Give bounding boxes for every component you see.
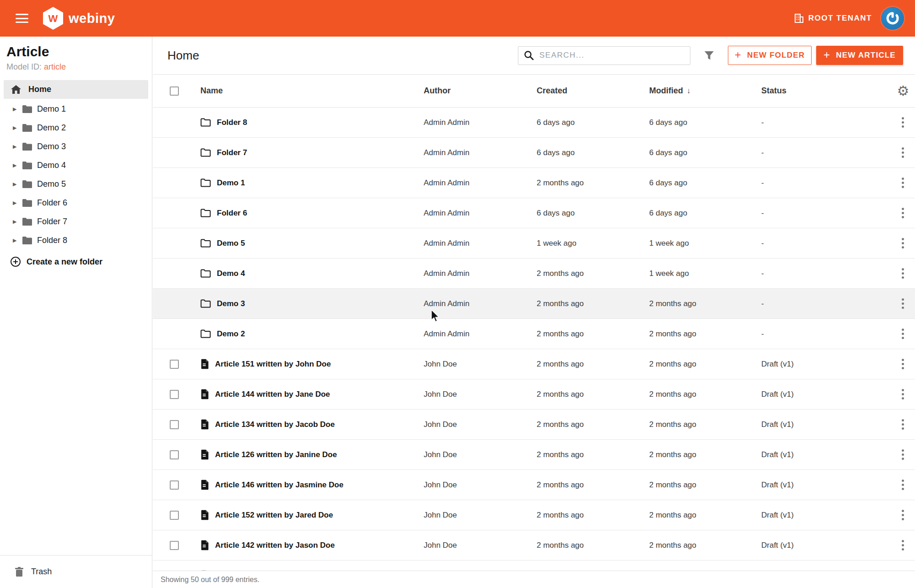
svg-text:W: W: [48, 13, 58, 24]
row-menu-kebab-icon[interactable]: [899, 145, 907, 161]
sidebar-folder-folder-6[interactable]: ▶Folder 6: [0, 194, 152, 212]
table-row-folder-demo-4[interactable]: Demo 4Admin Admin2 months ago1 week ago-: [153, 259, 915, 289]
row-menu-kebab-icon[interactable]: [899, 296, 907, 312]
search-input[interactable]: [539, 51, 684, 60]
caret-right-icon[interactable]: ▶: [13, 219, 19, 225]
row-checkbox[interactable]: [170, 480, 179, 490]
main-content: Home + NEW FOLDER: [153, 37, 915, 588]
column-header-author[interactable]: Author: [424, 86, 537, 96]
filter-button[interactable]: [703, 49, 715, 61]
tenant-selector[interactable]: ROOT TENANT: [794, 13, 872, 23]
entry-created: 2 months ago: [537, 329, 649, 339]
folder-icon: [200, 118, 211, 127]
webiny-logo: W webiny: [42, 6, 115, 30]
row-menu-kebab-icon[interactable]: [899, 386, 907, 402]
sidebar-item-home[interactable]: Home: [4, 80, 148, 99]
entry-author: John Doe: [424, 390, 537, 399]
table-row-article-article-142-written-by-jason-doe[interactable]: Article 142 written by Jason DoeJohn Doe…: [153, 530, 915, 561]
caret-right-icon[interactable]: ▶: [13, 237, 19, 243]
gear-icon[interactable]: ⚙: [897, 84, 910, 98]
caret-right-icon[interactable]: ▶: [13, 181, 19, 187]
account-avatar[interactable]: [881, 7, 904, 30]
document-icon: [200, 480, 209, 490]
table-row-folder-demo-5[interactable]: Demo 5Admin Admin1 week ago1 week ago-: [153, 228, 915, 259]
table-row-folder-folder-8[interactable]: Folder 8Admin Admin6 days ago6 days ago-: [153, 108, 915, 138]
row-menu-kebab-icon[interactable]: [899, 265, 907, 281]
column-header-modified[interactable]: Modified↓: [649, 86, 761, 96]
entry-author: John Doe: [424, 541, 537, 550]
sidebar-folder-demo-5[interactable]: ▶Demo 5: [0, 175, 152, 194]
table-row-folder-demo-3[interactable]: Demo 3Admin Admin2 months ago2 months ag…: [153, 289, 915, 319]
menu-icon[interactable]: [16, 14, 28, 23]
row-checkbox[interactable]: [170, 511, 179, 520]
sidebar-folder-demo-3[interactable]: ▶Demo 3: [0, 137, 152, 156]
entry-name: Demo 3: [217, 299, 245, 308]
row-checkbox[interactable]: [170, 390, 179, 399]
column-header-created[interactable]: Created: [537, 86, 649, 96]
row-menu-kebab-icon[interactable]: [899, 175, 907, 191]
entry-created: 2 months ago: [537, 390, 649, 399]
new-folder-button[interactable]: + NEW FOLDER: [728, 46, 812, 65]
row-menu-kebab-icon[interactable]: [899, 235, 907, 251]
table-row-folder-folder-6[interactable]: Folder 6Admin Admin6 days ago6 days ago-: [153, 198, 915, 228]
select-all-checkbox[interactable]: [170, 86, 179, 96]
new-article-label: NEW ARTICLE: [836, 51, 896, 60]
document-icon: [200, 540, 209, 550]
row-menu-kebab-icon[interactable]: [899, 507, 907, 523]
row-menu-kebab-icon[interactable]: [899, 205, 907, 221]
trash-button[interactable]: Trash: [0, 555, 152, 588]
new-article-button[interactable]: + NEW ARTICLE: [816, 46, 903, 65]
row-checkbox[interactable]: [170, 420, 179, 429]
brand-wordmark: webiny: [69, 11, 115, 26]
row-menu-kebab-icon[interactable]: [899, 477, 907, 493]
table-row-folder-demo-2[interactable]: Demo 2Admin Admin2 months ago2 months ag…: [153, 319, 915, 349]
caret-right-icon[interactable]: ▶: [13, 125, 19, 131]
row-checkbox[interactable]: [170, 360, 179, 369]
entry-name: Article 152 written by Jared Doe: [215, 511, 333, 520]
sidebar-folder-demo-1[interactable]: ▶Demo 1: [0, 100, 152, 119]
caret-right-icon[interactable]: ▶: [13, 144, 19, 150]
caret-right-icon[interactable]: ▶: [13, 106, 19, 112]
row-menu-kebab-icon[interactable]: [899, 114, 907, 130]
table-row-folder-folder-7[interactable]: Folder 7Admin Admin6 days ago6 days ago-: [153, 138, 915, 168]
row-menu-kebab-icon[interactable]: [899, 356, 907, 372]
row-checkbox[interactable]: [170, 450, 179, 459]
table-row-article-article-126-written-by-janine-doe[interactable]: Article 126 written by Janine DoeJohn Do…: [153, 440, 915, 470]
entry-status: -: [761, 148, 890, 157]
trash-label: Trash: [31, 567, 52, 577]
entry-modified: 6 days ago: [649, 148, 761, 157]
column-header-name[interactable]: Name: [200, 86, 424, 96]
entry-status: -: [761, 178, 890, 188]
document-icon: [200, 419, 209, 430]
sidebar-folder-demo-4[interactable]: ▶Demo 4: [0, 156, 152, 175]
sidebar-folder-label: Demo 3: [37, 142, 66, 151]
row-checkbox[interactable]: [170, 541, 179, 550]
entry-modified: 6 days ago: [649, 178, 761, 188]
row-menu-kebab-icon[interactable]: [899, 416, 907, 432]
table-row-article-article-146-written-by-jasmine-doe[interactable]: Article 146 written by Jasmine DoeJohn D…: [153, 470, 915, 500]
table-row-article-article-152-written-by-jared-doe[interactable]: Article 152 written by Jared DoeJohn Doe…: [153, 500, 915, 530]
create-folder-button[interactable]: Create a new folder: [0, 256, 152, 267]
row-menu-kebab-icon[interactable]: [899, 537, 907, 553]
entry-modified: 6 days ago: [649, 118, 761, 127]
table-row-article-article-134-written-by-jacob-doe[interactable]: Article 134 written by Jacob DoeJohn Doe…: [153, 410, 915, 440]
entry-author: Admin Admin: [424, 329, 537, 339]
sidebar-folder-label: Folder 6: [37, 198, 67, 208]
table-row-partial[interactable]: [153, 561, 915, 571]
table-row-folder-demo-1[interactable]: Demo 1Admin Admin2 months ago6 days ago-: [153, 168, 915, 198]
entry-name: Article 151 written by John Doe: [215, 360, 331, 369]
caret-right-icon[interactable]: ▶: [13, 162, 19, 168]
sidebar-folder-demo-2[interactable]: ▶Demo 2: [0, 119, 152, 137]
model-id-label: Model ID:: [6, 62, 42, 71]
row-menu-kebab-icon[interactable]: [899, 326, 907, 342]
table-row-article-article-144-written-by-jane-doe[interactable]: Article 144 written by Jane DoeJohn Doe2…: [153, 379, 915, 410]
sidebar-folder-folder-8[interactable]: ▶Folder 8: [0, 231, 152, 250]
table-row-article-article-151-written-by-john-doe[interactable]: Article 151 written by John DoeJohn Doe2…: [153, 349, 915, 379]
caret-right-icon[interactable]: ▶: [13, 200, 19, 206]
entry-modified: 2 months ago: [649, 420, 761, 429]
sidebar-folder-label: Folder 8: [37, 236, 67, 245]
row-menu-kebab-icon[interactable]: [899, 447, 907, 463]
sidebar-folder-folder-7[interactable]: ▶Folder 7: [0, 212, 152, 231]
column-header-status[interactable]: Status: [761, 86, 890, 96]
entry-modified: 1 week ago: [649, 239, 761, 248]
